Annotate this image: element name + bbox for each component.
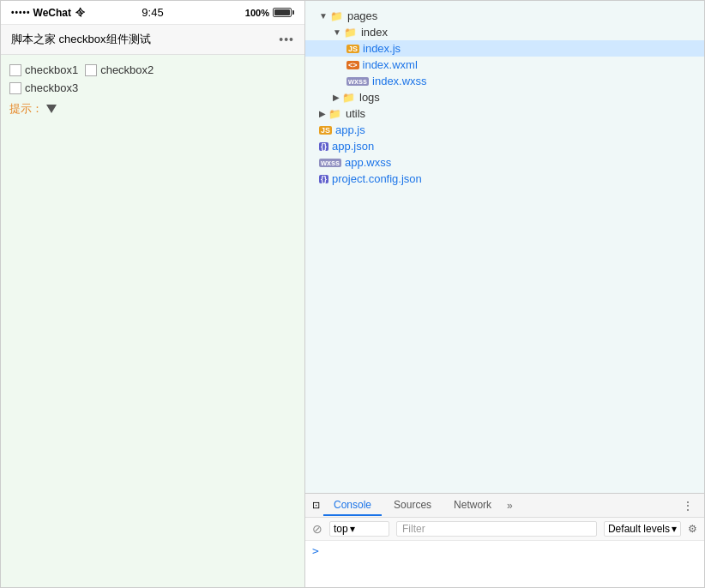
level-label: Default levels xyxy=(608,523,670,535)
file-label-logs: logs xyxy=(359,91,380,104)
console-tab-icon: ⊡ xyxy=(312,500,320,511)
tree-item-index-js[interactable]: JS index.js xyxy=(305,40,704,57)
top-option-label: top xyxy=(334,523,348,535)
checkbox-box-1[interactable] xyxy=(9,64,21,76)
wxss-badge-appwxss: wxss xyxy=(319,159,341,167)
nav-more-button[interactable]: ••• xyxy=(279,33,294,46)
xml-badge-indexwxml: <> xyxy=(346,61,359,69)
console-toolbar: ⊘ top ▾ Filter Default levels ▾ ⚙ xyxy=(305,518,704,541)
file-label-pages: pages xyxy=(347,9,377,22)
tree-item-index-wxss[interactable]: wxss index.wxss xyxy=(305,73,704,89)
json-badge-projectconfig: {} xyxy=(319,175,328,183)
time-display: 9:45 xyxy=(105,6,200,19)
file-label-appjs: app.js xyxy=(335,123,365,136)
wechat-label: WeChat xyxy=(33,7,71,19)
tab-network-label: Network xyxy=(454,499,491,511)
file-label-index: index xyxy=(361,26,388,39)
folder-icon-index: 📁 xyxy=(344,27,358,39)
no-entry-icon[interactable]: ⊘ xyxy=(312,522,322,536)
console-body: > xyxy=(305,541,704,587)
tree-item-index-wxml[interactable]: <> index.wxml xyxy=(305,57,704,73)
chevron-down-icon: ▼ xyxy=(319,11,328,21)
level-selector[interactable]: Default levels ▾ xyxy=(604,521,681,537)
file-label-projectconfig: project.config.json xyxy=(332,172,422,185)
battery-icon xyxy=(273,8,294,17)
top-selector-chevron: ▾ xyxy=(350,523,355,535)
console-menu-icon[interactable]: ⋮ xyxy=(678,499,697,513)
file-label-appjson: app.json xyxy=(332,140,374,153)
file-label-indexjs: index.js xyxy=(363,42,401,55)
nav-title: 脚本之家 checkbox组件测试 xyxy=(11,32,151,47)
more-tabs-button[interactable]: » xyxy=(503,496,516,515)
tab-sources[interactable]: Sources xyxy=(383,495,442,516)
file-label-utils: utils xyxy=(346,107,365,120)
top-selector[interactable]: top ▾ xyxy=(329,521,389,537)
battery-percent: 100% xyxy=(245,8,269,18)
tree-item-projectconfig[interactable]: {} project.config.json xyxy=(305,171,704,187)
console-panel: ⊡ Console Sources Network » ⋮ ⊘ top ▾ xyxy=(305,493,704,587)
json-badge-appjson: {} xyxy=(319,142,328,151)
phone-panel: ••••• WeChat 令 9:45 100% 脚本之家 checkbox组件… xyxy=(1,1,305,587)
phone-content: checkbox1 checkbox2 checkbox3 提示： xyxy=(1,55,304,587)
cursor-icon xyxy=(46,102,57,116)
tree-item-logs[interactable]: ▶ 📁 logs xyxy=(305,89,704,105)
status-bar: ••••• WeChat 令 9:45 100% xyxy=(1,1,304,25)
checkbox-row-2: checkbox3 xyxy=(9,81,296,94)
file-label-indexwxss: index.wxss xyxy=(372,75,427,87)
tree-item-appjs[interactable]: JS app.js xyxy=(305,122,704,138)
phone-nav-bar: 脚本之家 checkbox组件测试 ••• xyxy=(1,25,304,55)
chevron-right-icon-utils: ▶ xyxy=(319,109,326,118)
checkbox-label-3: checkbox3 xyxy=(25,81,78,94)
folder-icon-pages: 📁 xyxy=(330,10,344,22)
status-right: 100% xyxy=(200,8,294,18)
filter-input[interactable]: Filter xyxy=(396,521,597,537)
tab-network[interactable]: Network xyxy=(443,495,502,516)
hint-label: 提示： xyxy=(9,101,43,117)
tab-console[interactable]: Console xyxy=(323,495,382,516)
console-tabs: ⊡ Console Sources Network » ⋮ xyxy=(305,494,704,518)
checkbox-row-1: checkbox1 checkbox2 xyxy=(9,63,296,76)
status-left: ••••• WeChat 令 xyxy=(11,6,105,19)
hint-text: 提示： xyxy=(9,101,296,117)
gear-icon[interactable]: ⚙ xyxy=(688,523,697,535)
js-badge-indexjs: JS xyxy=(346,45,359,53)
tab-console-label: Console xyxy=(334,499,371,511)
tree-item-appjson[interactable]: {} app.json xyxy=(305,138,704,154)
tree-item-utils[interactable]: ▶ 📁 utils xyxy=(305,105,704,122)
filter-placeholder: Filter xyxy=(402,523,425,535)
checkbox-label-1: checkbox1 xyxy=(25,63,78,76)
js-badge-appjs: JS xyxy=(319,126,332,135)
folder-icon-logs: 📁 xyxy=(342,92,356,104)
tree-item-pages[interactable]: ▼ 📁 pages xyxy=(305,8,704,24)
checkbox-item-3[interactable]: checkbox3 xyxy=(9,81,78,94)
checkbox-box-3[interactable] xyxy=(9,82,21,94)
wxss-badge-indexwxss: wxss xyxy=(346,77,369,86)
tree-item-index-folder[interactable]: ▼ 📁 index xyxy=(305,24,704,40)
main-container: ••••• WeChat 令 9:45 100% 脚本之家 checkbox组件… xyxy=(0,0,705,588)
console-prompt[interactable]: > xyxy=(312,544,319,557)
signal-dots: ••••• xyxy=(11,8,31,17)
file-label-appwxss: app.wxss xyxy=(345,156,391,169)
tree-item-appwxss[interactable]: wxss app.wxss xyxy=(305,154,704,171)
checkbox-label-2: checkbox2 xyxy=(100,63,154,76)
file-tree: ▼ 📁 pages ▼ 📁 index JS index.js <> index… xyxy=(305,1,704,493)
checkbox-item-2[interactable]: checkbox2 xyxy=(85,63,154,76)
chevron-right-icon-logs: ▶ xyxy=(333,93,340,102)
checkbox-item-1[interactable]: checkbox1 xyxy=(9,63,78,76)
tab-sources-label: Sources xyxy=(394,499,431,511)
level-chevron: ▾ xyxy=(672,523,677,535)
folder-icon-utils: 📁 xyxy=(328,108,342,120)
wifi-icon: 令 xyxy=(75,6,85,19)
file-label-indexwxml: index.wxml xyxy=(363,58,418,71)
chevron-down-icon-index: ▼ xyxy=(333,27,341,37)
checkbox-box-2[interactable] xyxy=(85,64,97,76)
ide-panel: ▼ 📁 pages ▼ 📁 index JS index.js <> index… xyxy=(305,1,704,587)
